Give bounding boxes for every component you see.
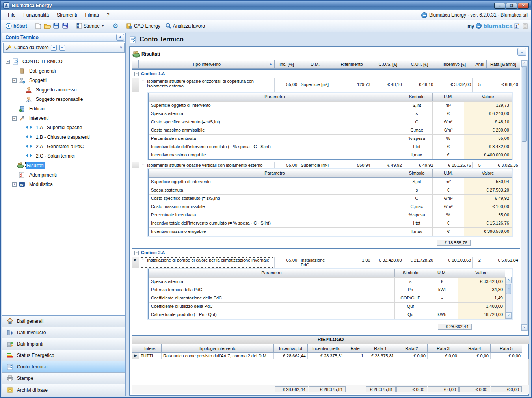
riepilogo-row[interactable]: ▶ TUTTI Rata unica come previsto dall'Ar… [132,353,529,359]
bstart-button[interactable]: bStart [4,22,29,30]
collapse-box-icon[interactable]: − [141,258,145,262]
profile-button[interactable]: 1 [514,23,521,29]
chevron-down-icon[interactable]: ˅ [120,46,122,50]
scrollbar-thumb[interactable] [522,67,527,142]
save-button[interactable] [52,22,60,30]
col-cui[interactable]: C.U.I. [€] [404,60,435,69]
group-header-row[interactable]: − Codice: 2.A [132,249,520,257]
tree-label: 1.B - Chiusure trasparenti [35,134,91,140]
col-rata2[interactable]: Rata 2 [396,344,428,353]
results-grid: Tipo intervento▲ Inc. [%] U.M. Riferimen… [132,60,528,331]
tree-item-soggetti[interactable]: − i Soggetti [6,76,125,85]
nav-conto-termico[interactable]: Conto Termico [2,361,125,373]
col-anni[interactable]: Anni [473,60,487,69]
fit-columns-button[interactable]: ↔ [517,48,526,56]
param-col-parametro: Parametro [149,93,401,101]
nav-stampe[interactable]: Stampe [2,373,125,384]
collapse-box-icon[interactable]: − [141,163,145,167]
col-incentivo-tot[interactable]: Incentivo,tot [274,344,308,353]
collapse-box-icon[interactable]: − [141,79,145,83]
scroll-up-icon[interactable]: ˄ [506,277,512,283]
load-from-work-label[interactable]: Carica da lavoro [14,45,48,50]
tree-label: Modulistica [28,181,54,188]
save-as-button[interactable] [61,22,69,30]
nav-dati-impianti[interactable]: Dati Impianti [2,338,125,350]
tree-item-1b[interactable]: 1.B - Chiusure trasparenti [6,132,125,142]
tree-item-conto-termico[interactable]: − CONTO TERMICO [6,57,125,66]
tree-item-2a[interactable]: 2.A - Generatori a PdC [6,142,125,151]
arrows-icon [26,143,32,150]
col-rata[interactable]: Rata [€/anno] [487,60,520,69]
menu-strumenti[interactable]: Strumenti [53,11,80,19]
params-scrollbar[interactable]: ˄ ≡ ˅ [505,277,512,319]
settings-gear-button[interactable]: ⚙ [112,22,119,30]
minimize-button[interactable]: – [494,3,505,9]
collapse-box-icon[interactable]: − [12,78,17,83]
col-interv[interactable]: Interv. [139,344,162,353]
collapse-box-icon[interactable]: − [6,60,10,64]
analizza-lavoro-button[interactable]: Analizza lavoro [164,22,207,30]
grid-vertical-scrollbar[interactable]: ˄ ˅ [521,60,528,331]
scroll-down-icon[interactable]: ˅ [521,324,527,331]
col-tipologia[interactable]: Tipologia intervento [162,344,274,353]
tree-item-adempimenti[interactable]: Adempimenti [6,170,125,180]
collapse-box-icon[interactable]: − [134,72,139,76]
col-rata4[interactable]: Rata 4 [459,344,491,353]
collapse-box-icon[interactable]: − [134,251,139,255]
cad-energy-button[interactable]: CAD Energy [125,22,162,30]
scrollbar-thumb[interactable]: ≡ [506,284,511,294]
total-incentivo-netto: € 28.375,81 [309,386,346,392]
tree-item-risultati[interactable]: Risultati [6,161,125,170]
col-rata5[interactable]: Rata 5 [491,344,522,353]
group-header-row[interactable]: − Codice: 1.A [132,70,520,78]
col-inc[interactable]: Inc. [%] [275,60,299,69]
pane-splitter[interactable]: ··· [132,331,526,335]
nav-archivi-di-base[interactable]: Archivi di base [2,384,125,396]
tree-item-1a[interactable]: 1.A - Superfici opache [6,123,125,132]
menu-funzionalita[interactable]: Funzionalità [20,11,52,19]
close-button[interactable]: ✕ [518,3,529,9]
notes-button[interactable] [522,23,528,29]
tree-item-2c[interactable]: 2.C - Solari termici [6,151,125,161]
col-tipo-intervento[interactable]: Tipo intervento▲ [139,60,275,69]
col-riferimento[interactable]: Riferimento [331,60,372,69]
param-symbol: COP/GUE [395,294,426,302]
collapse-all-button[interactable]: − [59,45,65,51]
intervention-row-selected[interactable]: ▶ −Installazione di pompe di calore per … [132,257,520,268]
nav-dati-involucro[interactable]: Dati Involucro [2,327,125,338]
col-rata3[interactable]: Rata 3 [428,344,459,353]
tree-item-soggetto-responsabile[interactable]: Soggetto responsabile [6,95,125,104]
tree-item-modulistica[interactable]: + W Modulistica [6,180,125,189]
new-file-button[interactable] [34,22,42,30]
sidebar-collapse-button[interactable]: < [116,34,124,41]
param-symbol: Pn [395,286,426,294]
intervention-row[interactable]: −Isolamento strutture opache verticali c… [132,162,520,168]
menu-file[interactable]: File [4,11,19,19]
nav-dati-generali[interactable]: Dati generali [2,316,125,327]
param-symbol: I,max [401,151,433,159]
intervention-row[interactable]: −Isolamento strutture opache orizzontali… [132,78,520,92]
stampe-button[interactable]: W Stampe ▼ [74,22,106,30]
open-button[interactable] [43,22,51,30]
col-incentivo[interactable]: Incentivo [€] [435,60,473,69]
menu-help[interactable]: ? [103,11,113,19]
nav-status-energetico[interactable]: Status Energetico [2,350,125,361]
col-rate[interactable]: Rate [345,344,365,353]
riepilogo-panel: RIEPILOGO Interv. Tipologia intervento I… [132,335,529,394]
tree-item-soggetto-ammesso[interactable]: Soggetto ammesso [6,85,125,95]
col-incentivo-netto[interactable]: Incentivo,netto [308,344,345,353]
col-rata1[interactable]: Rata 1 [365,344,396,353]
menu-filmati[interactable]: Filmati [81,11,102,19]
scroll-down-icon[interactable]: ˅ [506,312,512,319]
col-um[interactable]: U.M. [299,60,331,69]
col-cus[interactable]: C.U.S. [€] [372,60,404,69]
tree-item-dati-generali[interactable]: Dati generali [6,66,125,76]
scroll-up-icon[interactable]: ˄ [521,60,527,67]
param-value: € 15.126,76 [464,219,512,227]
expand-all-button[interactable]: + [51,45,57,51]
maximize-button[interactable]: ❐ [506,3,517,9]
tree-item-edificio[interactable]: Edificio [6,104,125,113]
collapse-box-icon[interactable]: − [12,116,17,121]
expand-box-icon[interactable]: + [12,182,17,187]
tree-item-interventi[interactable]: − Interventi [6,113,125,123]
